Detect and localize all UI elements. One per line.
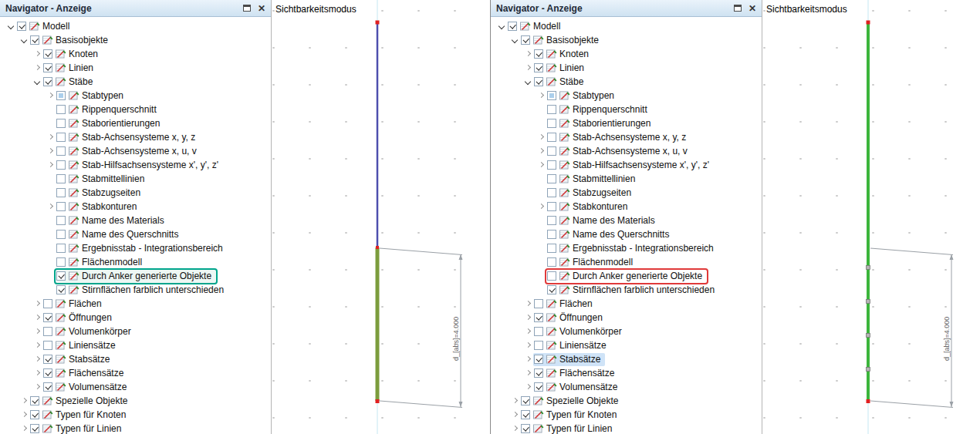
visibility-checkbox-on[interactable] bbox=[534, 368, 543, 378]
tree-item-label[interactable]: Stabkonturen bbox=[571, 200, 630, 214]
visibility-checkbox-off[interactable] bbox=[547, 105, 556, 114]
visibility-checkbox-off[interactable] bbox=[43, 327, 52, 336]
tree-item-label[interactable]: Staborientierungen bbox=[571, 117, 653, 130]
tree-item-label[interactable]: Flächen bbox=[67, 298, 104, 311]
tree-item-label[interactable]: Stab-Achsensysteme x, u, v bbox=[80, 145, 199, 158]
chevron-collapsed-icon[interactable] bbox=[19, 396, 29, 406]
visibility-checkbox-on[interactable] bbox=[30, 410, 39, 419]
close-icon[interactable]: ✕ bbox=[258, 5, 265, 12]
chevron-expanded-icon[interactable] bbox=[32, 77, 42, 87]
visibility-checkbox-off[interactable] bbox=[534, 299, 543, 308]
tree-item-label[interactable]: Typen für Linien bbox=[545, 422, 614, 434]
close-icon[interactable]: ✕ bbox=[749, 5, 756, 12]
visibility-checkbox-partial[interactable] bbox=[56, 91, 66, 100]
visibility-checkbox-off[interactable] bbox=[547, 202, 556, 211]
chevron-collapsed-icon[interactable] bbox=[32, 299, 42, 309]
chevron-collapsed-icon[interactable] bbox=[523, 299, 533, 309]
tree-item-label[interactable]: Basisobjekte bbox=[545, 34, 601, 47]
chevron-collapsed-icon[interactable] bbox=[19, 424, 29, 434]
visibility-checkbox-off[interactable] bbox=[547, 133, 556, 142]
chevron-collapsed-icon[interactable] bbox=[536, 160, 546, 170]
chevron-collapsed-icon[interactable] bbox=[46, 202, 56, 212]
tree-item-label[interactable]: Name des Querschnitts bbox=[80, 228, 181, 241]
tree-item-label[interactable]: Ergebnisstab - Integrationsbereich bbox=[571, 242, 716, 255]
chevron-collapsed-icon[interactable] bbox=[523, 341, 533, 351]
tree-item-label[interactable]: Stabmittellinien bbox=[571, 173, 637, 186]
chevron-collapsed-icon[interactable] bbox=[523, 355, 533, 365]
tree-item-label[interactable]: Stabsätze bbox=[67, 353, 112, 366]
tree-item-label[interactable]: Modell bbox=[41, 20, 72, 33]
chevron-collapsed-icon[interactable] bbox=[32, 63, 42, 73]
visibility-checkbox-off[interactable] bbox=[534, 327, 543, 336]
tree-item-label[interactable]: Stabmittellinien bbox=[80, 173, 147, 186]
visibility-checkbox-off[interactable] bbox=[56, 174, 66, 183]
chevron-collapsed-icon[interactable] bbox=[523, 63, 533, 73]
visibility-checkbox-on[interactable] bbox=[30, 396, 39, 405]
chevron-collapsed-icon[interactable] bbox=[523, 313, 533, 323]
tree-item-label[interactable]: Typen für Knoten bbox=[545, 409, 619, 422]
tree-item-label[interactable]: Stab-Hilfsachsensysteme x', y', z' bbox=[80, 159, 221, 172]
visibility-checkbox-on[interactable] bbox=[56, 271, 66, 281]
chevron-collapsed-icon[interactable] bbox=[510, 410, 520, 420]
tree-item-label[interactable]: Name des Materials bbox=[571, 214, 657, 227]
tree-item-label[interactable]: Stäbe bbox=[67, 76, 95, 89]
navigator-titlebar[interactable]: Navigator - Anzeige ✕ bbox=[0, 0, 271, 17]
visibility-checkbox-off[interactable] bbox=[547, 271, 556, 281]
tree-item-label[interactable]: Flächen bbox=[558, 298, 595, 311]
tree-item-label[interactable]: Stirnflächen farblich unterschieden bbox=[80, 284, 226, 297]
node-bottom[interactable] bbox=[376, 399, 380, 403]
tree-item-label[interactable]: Spezielle Objekte bbox=[54, 395, 130, 408]
visibility-checkbox-on[interactable] bbox=[508, 22, 517, 31]
tree-item-label[interactable]: Volumensätze bbox=[558, 381, 620, 394]
visibility-checkbox-on[interactable] bbox=[43, 49, 52, 59]
tree-item-label[interactable]: Typen für Knoten bbox=[54, 409, 128, 422]
chevron-collapsed-icon[interactable] bbox=[32, 341, 42, 351]
tree-item-label[interactable]: Stab-Achsensysteme x, y, z bbox=[80, 131, 198, 144]
tree-item-label[interactable]: Volumenkörper bbox=[558, 325, 624, 338]
chevron-collapsed-icon[interactable] bbox=[46, 91, 56, 101]
visibility-checkbox-off[interactable] bbox=[56, 146, 66, 156]
visibility-checkbox-off[interactable] bbox=[56, 230, 66, 239]
tree-item-label[interactable]: Liniensätze bbox=[558, 339, 609, 352]
tree-item-label[interactable]: Name des Materials bbox=[80, 214, 167, 227]
visibility-checkbox-off[interactable] bbox=[43, 341, 52, 350]
tree-item-label[interactable]: Flächenmodell bbox=[571, 256, 635, 269]
tree-item-label[interactable]: Knoten bbox=[558, 48, 591, 61]
tree-item-label[interactable]: Stabtypen bbox=[80, 89, 126, 103]
tree-item-label[interactable]: Linien bbox=[67, 62, 96, 75]
tree-item-label[interactable]: Stabkonturen bbox=[80, 200, 139, 214]
visibility-checkbox-off[interactable] bbox=[56, 133, 66, 142]
navigator-titlebar[interactable]: Navigator - Anzeige ✕ bbox=[491, 0, 762, 17]
node-junction[interactable] bbox=[376, 246, 379, 249]
visibility-checkbox-off[interactable] bbox=[547, 216, 556, 225]
tree-item-label[interactable]: Flächensätze bbox=[67, 367, 126, 380]
tree-item-label[interactable]: Linien bbox=[558, 62, 586, 75]
tree-item-label[interactable]: Stabzugseiten bbox=[80, 187, 143, 200]
tree-item-label[interactable]: Stab-Achsensysteme x, y, z bbox=[571, 131, 688, 144]
chevron-collapsed-icon[interactable] bbox=[19, 410, 29, 420]
visibility-checkbox-on[interactable] bbox=[521, 35, 530, 45]
visibility-checkbox-on[interactable] bbox=[521, 424, 530, 433]
chevron-collapsed-icon[interactable] bbox=[536, 202, 546, 212]
chevron-collapsed-icon[interactable] bbox=[523, 49, 533, 59]
chevron-collapsed-icon[interactable] bbox=[32, 355, 42, 365]
chevron-collapsed-icon[interactable] bbox=[32, 382, 42, 392]
visibility-checkbox-off[interactable] bbox=[547, 119, 556, 128]
node-top[interactable] bbox=[376, 21, 380, 25]
chevron-collapsed-icon[interactable] bbox=[46, 146, 56, 156]
float-window-icon[interactable] bbox=[243, 5, 251, 12]
visibility-checkbox-off[interactable] bbox=[547, 146, 556, 156]
visibility-checkbox-off[interactable] bbox=[547, 244, 556, 253]
visibility-checkbox-off[interactable] bbox=[547, 174, 556, 183]
node-top[interactable] bbox=[867, 21, 870, 25]
visibility-checkbox-on[interactable] bbox=[521, 396, 530, 405]
tree-item-label[interactable]: Stabsätze bbox=[558, 353, 603, 366]
visibility-checkbox-on[interactable] bbox=[43, 313, 52, 322]
chevron-collapsed-icon[interactable] bbox=[523, 382, 533, 392]
tree-item-label[interactable]: Flächensätze bbox=[558, 367, 617, 380]
visibility-checkbox-off[interactable] bbox=[56, 119, 66, 128]
tree-item-label[interactable]: Stab-Hilfsachsensysteme x', y', z' bbox=[571, 159, 711, 172]
visibility-checkbox-on[interactable] bbox=[43, 382, 52, 392]
chevron-expanded-icon[interactable] bbox=[523, 77, 533, 87]
tree-item-label[interactable]: Durch Anker generierte Objekte bbox=[571, 270, 705, 283]
